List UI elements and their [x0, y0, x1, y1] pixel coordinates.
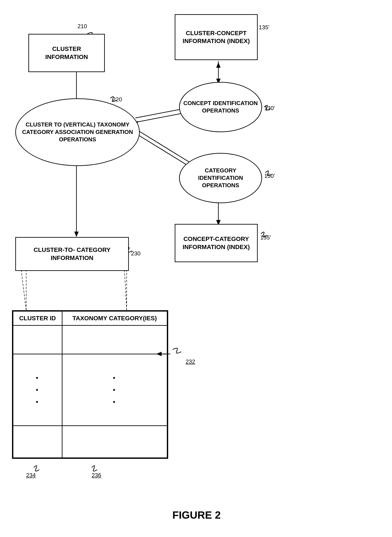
- cluster-category-table: CLUSTER ID TAXONOMY CATEGORY(IES) •••: [12, 310, 168, 459]
- cluster-concept-index-label: CLUSTER-CONCEPT INFORMATION (INDEX): [177, 29, 255, 45]
- cluster-concept-index-box: CLUSTER-CONCEPT INFORMATION (INDEX): [175, 14, 258, 60]
- ref-220: 220: [112, 96, 122, 103]
- category-id-ops-ellipse: CATEGORY IDENTIFICATION OPERATIONS: [179, 153, 262, 203]
- category-id-ops-label: CATEGORY IDENTIFICATION OPERATIONS: [182, 167, 259, 189]
- diagram: CLUSTER INFORMATION 210 CLUSTER-CONCEPT …: [0, 0, 392, 537]
- table-row-last: [13, 426, 167, 458]
- cluster-information-label: CLUSTER INFORMATION: [31, 45, 102, 61]
- ref-234: 234: [26, 472, 36, 479]
- cluster-to-category-label: CLUSTER-TO- CATEGORY INFORMATION: [18, 246, 126, 262]
- svg-line-9: [135, 129, 192, 164]
- table-row: [13, 325, 167, 354]
- ref-130: 130': [264, 105, 275, 112]
- ref-232: 232: [186, 358, 195, 365]
- cell: [13, 325, 62, 354]
- svg-marker-4: [216, 62, 221, 68]
- ref-135: 135': [259, 24, 269, 31]
- cell-dot2: •••: [62, 354, 167, 426]
- cluster-taxonomy-ellipse: CLUSTER TO (VERTICAL) TAXONOMY CATEGORY …: [15, 98, 140, 166]
- svg-marker-17: [74, 231, 79, 237]
- col2-header: TAXONOMY CATEGORY(IES): [62, 311, 167, 325]
- data-table: CLUSTER ID TAXONOMY CATEGORY(IES) •••: [13, 311, 168, 458]
- col1-header: CLUSTER ID: [13, 311, 62, 325]
- ref-155: 155': [260, 234, 271, 241]
- cell: [13, 426, 62, 458]
- figure-label: FIGURE 2: [131, 509, 262, 521]
- concept-category-index-label: CONCEPT-CATEGORY INFORMATION (INDEX): [177, 235, 255, 251]
- cluster-information-box: CLUSTER INFORMATION: [28, 34, 105, 72]
- ref-230: 230: [131, 250, 140, 257]
- cluster-taxonomy-label: CLUSTER TO (VERTICAL) TAXONOMY CATEGORY …: [18, 121, 137, 143]
- ref-236: 236: [92, 472, 101, 479]
- ref-210: 210: [78, 23, 87, 30]
- cell: [62, 325, 167, 354]
- concept-id-ops-label: CONCEPT IDENTIFICATION OPERATIONS: [182, 100, 259, 114]
- concept-category-index-box: CONCEPT-CATEGORY INFORMATION (INDEX): [175, 224, 258, 262]
- cell-dot1: •••: [13, 354, 62, 426]
- concept-id-ops-ellipse: CONCEPT IDENTIFICATION OPERATIONS: [179, 82, 262, 132]
- ref-150: 150': [264, 173, 275, 179]
- svg-line-11: [135, 133, 192, 168]
- cell: [62, 426, 167, 458]
- cluster-to-category-box: CLUSTER-TO- CATEGORY INFORMATION: [15, 237, 129, 271]
- table-row: ••• •••: [13, 354, 167, 426]
